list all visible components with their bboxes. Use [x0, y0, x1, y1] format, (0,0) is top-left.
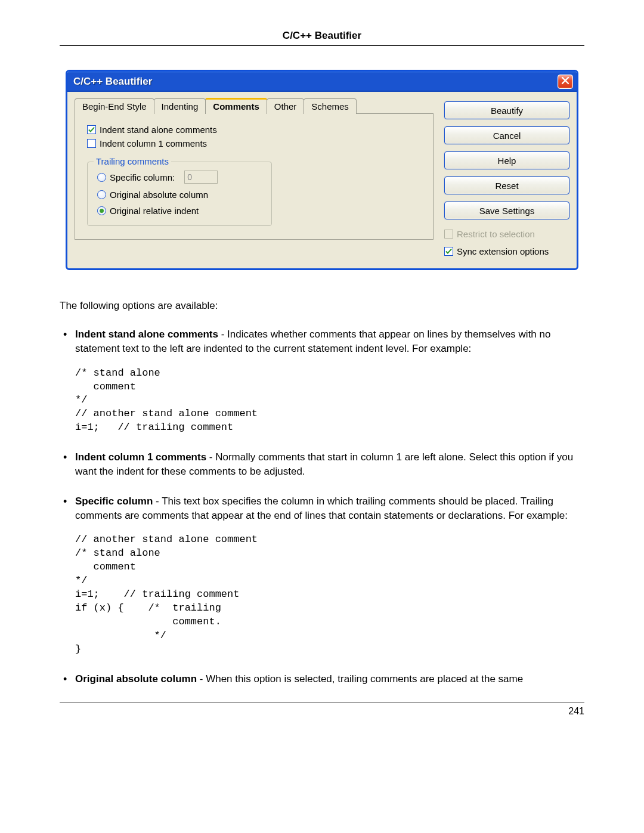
option-desc: - When this option is selected, trailing… — [197, 673, 523, 685]
titlebar-text: C/C++ Beautifier — [73, 76, 152, 88]
checkbox-sync-extension[interactable] — [444, 247, 453, 256]
code-block: /* stand alone comment */ // another sta… — [75, 367, 584, 435]
beautifier-dialog: C/C++ Beautifier Begin-End Style Indenti… — [66, 70, 578, 270]
save-settings-button[interactable]: Save Settings — [444, 202, 569, 219]
tab-strip: Begin-End Style Indenting Comments Other… — [75, 98, 434, 114]
cancel-button[interactable]: Cancel — [444, 126, 569, 144]
checkbox-restrict-selection — [444, 230, 453, 239]
label-sync-extension: Sync extension options — [457, 246, 549, 256]
tab-comments[interactable]: Comments — [205, 98, 267, 114]
trailing-comments-group: Trailing comments Specific column: Origi… — [87, 162, 272, 226]
close-button[interactable] — [558, 75, 573, 89]
help-button[interactable]: Help — [444, 151, 569, 169]
list-item: Original absolute column - When this opt… — [60, 672, 584, 686]
radio-specific-column[interactable] — [97, 173, 106, 182]
header-rule — [60, 45, 584, 46]
reset-button[interactable]: Reset — [444, 176, 569, 194]
page-header-title: C/C++ Beautifier — [60, 30, 584, 45]
list-item: Specific column - This text box specifie… — [60, 494, 584, 657]
option-title: Indent column 1 comments — [75, 451, 206, 463]
tab-indenting[interactable]: Indenting — [154, 98, 206, 114]
label-original-relative: Original relative indent — [110, 206, 199, 216]
options-list: Indent stand alone comments - Indicates … — [60, 327, 584, 686]
footer-rule — [60, 702, 584, 702]
radio-original-absolute[interactable] — [97, 190, 106, 199]
beautify-button[interactable]: Beautify — [444, 101, 569, 119]
label-specific-column: Specific column: — [110, 172, 175, 182]
option-title: Indent stand alone comments — [75, 329, 218, 340]
label-original-absolute: Original absolute column — [110, 190, 208, 200]
code-block: // another stand alone comment /* stand … — [75, 533, 584, 656]
specific-column-input[interactable] — [184, 171, 218, 184]
checkbox-indent-col1[interactable] — [87, 139, 96, 148]
page-number: 241 — [60, 706, 584, 717]
tab-begin-end-style[interactable]: Begin-End Style — [75, 98, 154, 114]
checkbox-indent-standalone[interactable] — [87, 125, 96, 134]
titlebar: C/C++ Beautifier — [67, 72, 577, 92]
radio-original-relative[interactable] — [97, 206, 106, 215]
option-title: Original absolute column — [75, 673, 197, 685]
intro-paragraph: The following options are available: — [60, 300, 584, 312]
list-item: Indent column 1 comments - Normally comm… — [60, 450, 584, 479]
tab-schemes[interactable]: Schemes — [304, 98, 357, 114]
tab-panel-comments: Indent stand alone comments Indent colum… — [75, 113, 434, 240]
label-indent-col1: Indent column 1 comments — [100, 138, 207, 148]
label-restrict-selection: Restrict to selection — [457, 229, 535, 239]
label-indent-standalone: Indent stand alone comments — [100, 125, 217, 135]
option-title: Specific column — [75, 496, 153, 507]
list-item: Indent stand alone comments - Indicates … — [60, 327, 584, 435]
close-icon — [561, 76, 569, 87]
tab-other[interactable]: Other — [267, 98, 305, 114]
trailing-legend: Trailing comments — [94, 156, 171, 166]
